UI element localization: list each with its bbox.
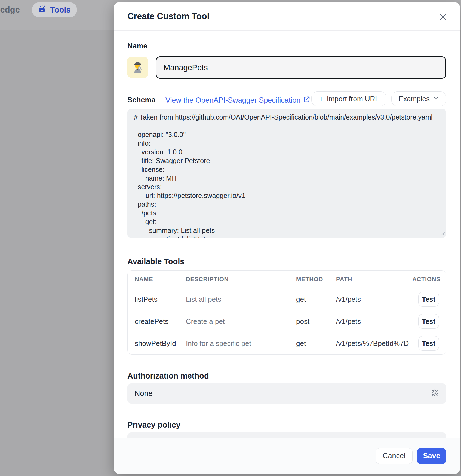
authorization-method-selector[interactable]: None <box>127 383 446 404</box>
tool-path: /v1/pets <box>336 295 412 304</box>
schema-divider <box>161 96 161 105</box>
tab-tools[interactable]: Tools <box>32 2 77 17</box>
toolbox-sparkle-icon <box>38 5 47 15</box>
tool-method: get <box>296 295 336 304</box>
tool-name: listPets <box>135 295 186 304</box>
chevron-down-icon <box>433 95 439 103</box>
name-input[interactable] <box>156 56 446 79</box>
tool-path: /v1/pets/%7BpetId%7D <box>336 339 412 348</box>
schema-textarea[interactable]: # Taken from https://github.com/OAI/Open… <box>127 109 446 238</box>
test-button[interactable]: Test <box>418 336 439 351</box>
external-link-icon <box>303 96 310 105</box>
tool-description: Info for a specific pet <box>186 339 296 348</box>
openapi-spec-link[interactable]: View the OpenAPI-Swagger Specification <box>165 96 310 105</box>
tool-method: post <box>296 317 336 326</box>
available-tools-heading: Available Tools <box>127 257 185 266</box>
table-row: listPets List all pets get /v1/pets Test <box>128 288 446 310</box>
table-row: createPets Create a pet post /v1/pets Te… <box>128 310 446 332</box>
tab-knowledge-partial[interactable]: ledge <box>0 5 20 15</box>
column-actions: ACTIONS <box>412 276 440 283</box>
close-x-icon <box>439 13 447 22</box>
table-row: showPetById Info for a specific pet get … <box>128 332 446 354</box>
import-from-url-button[interactable]: + Import from URL <box>311 91 386 106</box>
name-label: Name <box>127 42 147 50</box>
tool-path: /v1/pets <box>336 317 412 326</box>
schema-label: Schema <box>127 96 156 104</box>
detective-emoji-icon <box>131 60 144 74</box>
examples-label: Examples <box>399 95 430 103</box>
dialog-title: Create Custom Tool <box>127 11 210 21</box>
column-method: METHOD <box>296 276 336 283</box>
dialog-footer: Cancel Save <box>114 438 460 474</box>
tab-tools-label: Tools <box>50 5 70 14</box>
tool-name: createPets <box>135 317 186 326</box>
header-divider <box>114 30 460 31</box>
available-tools-table: NAME DESCRIPTION METHOD PATH ACTIONS lis… <box>127 270 446 355</box>
tool-description: Create a pet <box>186 317 296 326</box>
authorization-method-value: None <box>134 389 153 398</box>
column-description: DESCRIPTION <box>186 276 296 283</box>
column-name: NAME <box>135 276 186 283</box>
close-button[interactable] <box>437 11 449 23</box>
authorization-method-heading: Authorization method <box>127 371 209 380</box>
resize-handle-icon[interactable] <box>440 231 445 237</box>
plus-icon: + <box>319 95 324 103</box>
examples-dropdown-button[interactable]: Examples <box>391 91 446 106</box>
save-button[interactable]: Save <box>417 448 446 464</box>
gear-icon[interactable] <box>431 389 439 398</box>
tool-name: showPetById <box>135 339 186 348</box>
table-header-row: NAME DESCRIPTION METHOD PATH ACTIONS <box>128 271 446 288</box>
tool-description: List all pets <box>186 295 296 304</box>
cancel-button[interactable]: Cancel <box>376 448 413 464</box>
schema-actions: + Import from URL Examples <box>311 91 446 106</box>
column-path: PATH <box>336 276 412 283</box>
tool-avatar[interactable] <box>127 57 148 78</box>
schema-yaml-text: # Taken from https://github.com/OAI/Open… <box>134 113 440 238</box>
import-from-url-label: Import from URL <box>327 95 379 103</box>
privacy-policy-heading: Privacy policy <box>127 420 180 429</box>
test-button[interactable]: Test <box>418 292 439 307</box>
test-button[interactable]: Test <box>418 314 439 329</box>
tool-method: get <box>296 339 336 348</box>
openapi-spec-link-label: View the OpenAPI-Swagger Specification <box>165 96 300 105</box>
create-custom-tool-dialog: Create Custom Tool Name Schema <box>114 2 460 474</box>
